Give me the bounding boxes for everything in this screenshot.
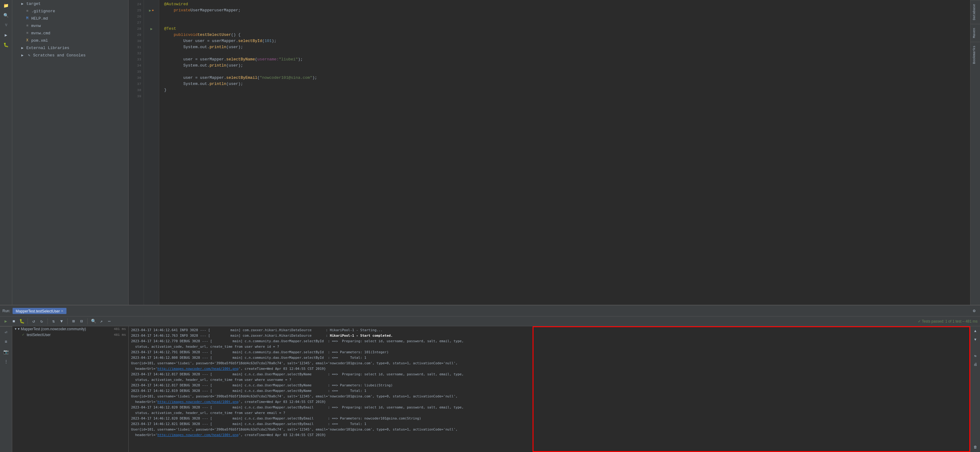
sort-btn[interactable]: ⇅ <box>50 318 57 325</box>
line-num-26: 26 <box>129 13 141 20</box>
left-wrap-btn[interactable]: ⏎ <box>2 328 10 336</box>
bottom-panel: Run: MapperTest.testSelectUser × ⚙ ▶ ■ 🐛… <box>0 305 980 452</box>
code-line-31: System.out.println(user); <box>164 44 970 50</box>
git-icon[interactable]: ⑂ <box>2 21 10 29</box>
code-line-35 <box>164 69 970 75</box>
code-line-38: } <box>164 87 970 93</box>
editor-area: 24 25 26 27 28 29 30 31 32 33 34 35 36 3… <box>129 0 970 305</box>
run-icon[interactable]: ▶ <box>2 31 10 39</box>
code-content: 24 25 26 27 28 29 30 31 32 33 34 35 36 3… <box>129 0 970 305</box>
sidebar-label: mvnw <box>31 24 41 28</box>
line-num-39: 39 <box>129 93 141 99</box>
find-btn[interactable]: 🔍 <box>90 318 97 325</box>
sidebar-label: Scratches and Consoles <box>33 53 86 57</box>
log-line-7: User{id=101, username='liubei', password… <box>131 361 968 366</box>
settings-btn[interactable]: ⚙ <box>971 308 978 314</box>
gutter-26 <box>144 13 159 20</box>
sidebar-item-external-libraries[interactable]: ▶ External Libraries <box>12 44 128 51</box>
sidebar-item-mvnw[interactable]: ■ mvnw <box>12 22 128 29</box>
log-line-19: User{id=101, username='liubei', password… <box>131 427 968 432</box>
log-line-17: 2023-04-17 14:46:12.820 DEBUG 3028 --- [… <box>131 416 968 421</box>
line-num-37: 37 <box>129 81 141 87</box>
left-console-btn[interactable]: ≡ <box>2 338 10 346</box>
collapse-btn[interactable]: ⊟ <box>78 318 85 325</box>
database-tab[interactable]: Database <box>970 0 980 24</box>
bookmark-icon: ● <box>152 9 154 12</box>
gutter-37 <box>144 81 159 87</box>
code-line-29: public void testSelectUser() { <box>164 32 970 38</box>
gutter-31 <box>144 44 159 50</box>
test-status-text: Tests passed: 1 of 1 test – 481 ms <box>922 319 978 324</box>
more-btn[interactable]: ⋯ <box>106 318 113 325</box>
file-icon: ■ <box>24 30 30 36</box>
test-root-time: 481 ms <box>114 327 126 331</box>
run-content: ⏎ ≡ 📷 ⋮ ▼ ▼ MapperTest (com.nowcoder.com… <box>0 326 980 452</box>
sidebar-item-mvnw-cmd[interactable]: ■ mvnw.cmd <box>12 29 128 37</box>
log-line-16: status, activation_code, header_url, cre… <box>131 410 968 416</box>
scroll-up-btn[interactable]: ▲ <box>972 327 979 335</box>
clear-btn[interactable]: 🗑 <box>972 443 979 451</box>
bookmarks-tab[interactable]: Bookmarks <box>970 42 980 67</box>
log-line-13: User{id=101, username='liubei', password… <box>131 394 968 399</box>
project-icon[interactable]: 📁 <box>2 1 10 10</box>
divider-2 <box>48 318 48 324</box>
pass-indicator: ▼ <box>18 327 20 331</box>
sidebar-item-target[interactable]: ▶ target <box>12 0 128 7</box>
code-editor[interactable]: @Autowired private UserMapper userMapper… <box>159 0 970 305</box>
code-line-39 <box>164 93 970 99</box>
run-test-icon[interactable]: ▶ <box>150 27 153 31</box>
sidebar-item-pom[interactable]: X pom.xml <box>12 37 128 44</box>
scroll-down-btn[interactable]: ▼ <box>972 336 979 343</box>
sidebar-item-gitignore[interactable]: ■ .gitignore <box>12 7 128 15</box>
code-line-34: System.out.println(user); <box>164 62 970 69</box>
line-num-34: 34 <box>129 62 141 69</box>
run-tab[interactable]: MapperTest.testSelectUser × <box>13 308 67 314</box>
file-icon: ■ <box>24 23 30 29</box>
test-tree: ▼ ▼ MapperTest (com.nowcoder.community) … <box>12 326 128 452</box>
check-icon: ✓ <box>918 319 922 324</box>
run-log: 2023-04-17 14:46:12.641 INFO 3028 --- [ … <box>129 326 970 452</box>
sidebar-item-help[interactable]: M HELP.md <box>12 15 128 22</box>
export-btn[interactable]: ↗ <box>98 318 105 325</box>
log-line-18: 2023-04-17 14:46:12.821 DEBUG 3028 --- [… <box>131 421 968 427</box>
log-line-10: status, activation_code, header_url, cre… <box>131 377 968 383</box>
word-wrap-btn[interactable]: ⇆ <box>972 352 979 359</box>
run-gutter-icon[interactable]: ▶ <box>149 8 151 13</box>
rerun-btn[interactable]: ↺ <box>30 318 37 325</box>
print-btn[interactable]: 🖨 <box>972 361 979 368</box>
line-num-32: 32 <box>129 50 141 56</box>
run-left: ▼ ▼ MapperTest (com.nowcoder.community) … <box>12 326 129 452</box>
maven-tab[interactable]: Maven <box>970 24 980 42</box>
left-camera-btn[interactable]: 📷 <box>2 347 10 356</box>
log-line-20: headerUrl='http://images.nowcoder.com/he… <box>131 432 968 438</box>
line-num-38: 38 <box>129 87 141 93</box>
expand-btn[interactable]: ⊞ <box>70 318 77 325</box>
rerun-failed-btn[interactable]: ↻ <box>38 318 45 325</box>
line-num-28: 28 <box>129 26 141 32</box>
gutter-24 <box>144 1 159 7</box>
log-line-11: 2023-04-17 14:46:12.817 DEBUG 3028 --- [… <box>131 383 968 388</box>
log-line-5: 2023-04-17 14:46:12.791 DEBUG 3028 --- [… <box>131 350 968 355</box>
filter-btn[interactable]: ▼ <box>58 318 65 325</box>
log-line-2: 2023-04-17 14:46:12.763 INFO 3028 --- [ … <box>131 333 968 339</box>
right-panels: Database Maven Bookmarks <box>970 0 980 305</box>
log-line-14: headerUrl='http://images.nowcoder.com/he… <box>131 399 968 405</box>
debug-icon[interactable]: 🐛 <box>2 40 10 49</box>
log-line-9: 2023-04-17 14:46:12.817 DEBUG 3028 --- [… <box>131 372 968 377</box>
sidebar-label: mvnw.cmd <box>31 31 50 35</box>
log-line-4: status, activation_code, header_url, cre… <box>131 344 968 350</box>
sidebar-item-scratches[interactable]: ▶ ✎ Scratches and Consoles <box>12 51 128 59</box>
debug-btn[interactable]: 🐛 <box>18 318 25 325</box>
left-more-btn[interactable]: ⋮ <box>2 357 10 366</box>
tab-close-btn[interactable]: × <box>61 308 64 313</box>
test-tree-root[interactable]: ▼ ▼ MapperTest (com.nowcoder.community) … <box>12 326 128 332</box>
gutter: ▶ ● ▶ <box>144 0 159 305</box>
find-icon[interactable]: 🔍 <box>2 11 10 20</box>
log-line-12: 2023-04-17 14:46:12.819 DEBUG 3028 --- [… <box>131 388 968 394</box>
play-btn[interactable]: ▶ <box>2 318 9 325</box>
stop-btn[interactable]: ■ <box>10 318 17 325</box>
sidebar-label: External Libraries <box>26 46 69 50</box>
code-line-27 <box>164 20 970 26</box>
test-tree-child[interactable]: ✓ testSelectUser 481 ms <box>12 332 128 338</box>
sidebar-label: .gitignore <box>31 9 55 13</box>
